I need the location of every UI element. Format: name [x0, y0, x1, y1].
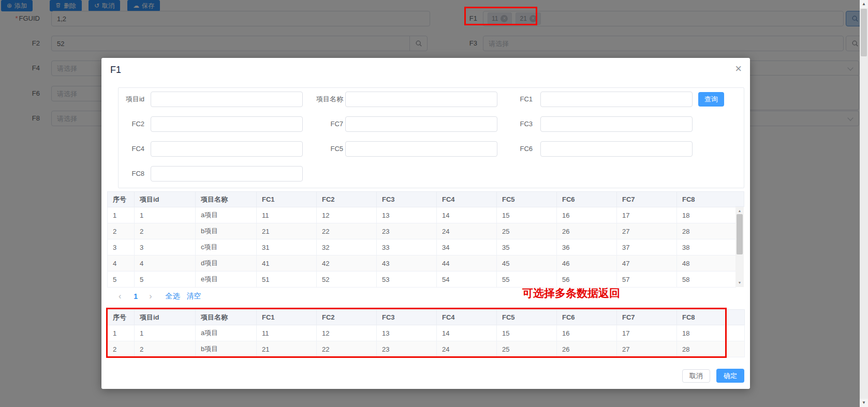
search-label: FC5	[295, 141, 343, 157]
search-label: 项目id	[112, 92, 144, 107]
table-cell: 1	[135, 207, 196, 223]
table-cell: 38	[677, 239, 736, 255]
table-cell: 23	[377, 223, 437, 239]
table-cell: 21	[257, 223, 317, 239]
table-cell: 12	[317, 207, 377, 223]
table-cell: 46	[557, 255, 617, 272]
table-cell: 52	[317, 272, 377, 288]
fc5-input[interactable]	[345, 141, 497, 157]
column-header: FC3	[377, 192, 437, 207]
project-name-input[interactable]	[345, 92, 497, 107]
table-row[interactable]: 22b项目2122232425262728	[108, 223, 736, 239]
table-cell: 54	[437, 272, 497, 288]
result-table: 序号项目id项目名称FC1FC2FC3FC4FC5FC6FC7FC8 11a项目…	[107, 191, 744, 288]
query-button[interactable]: 查询	[698, 92, 724, 107]
dialog-cancel-button[interactable]: 取消	[682, 369, 710, 383]
column-header: 项目id	[135, 192, 196, 207]
select-all-link[interactable]: 全选	[165, 292, 180, 301]
table-cell: 45	[497, 255, 557, 272]
table-cell: 55	[497, 272, 557, 288]
table-cell: 3	[108, 239, 135, 255]
table-cell: 11	[257, 207, 317, 223]
scroll-up-icon[interactable]: ▲	[860, 0, 868, 8]
fc8-input[interactable]	[151, 166, 303, 182]
search-label: FC7	[295, 116, 343, 132]
fc2-input[interactable]	[151, 116, 303, 132]
table-cell: b项目	[196, 223, 257, 239]
table-cell: 2	[135, 223, 196, 239]
scroll-up-icon[interactable]: ▲	[735, 208, 744, 214]
dialog-title: F1	[110, 65, 121, 76]
table-cell: 1	[108, 207, 135, 223]
search-label: 项目名称	[295, 92, 343, 107]
table-scrollbar[interactable]: ▲ ▼	[735, 207, 744, 287]
table-cell: 31	[257, 239, 317, 255]
table-cell: 2	[108, 223, 135, 239]
table-cell: 22	[317, 223, 377, 239]
table-cell: 25	[497, 223, 557, 239]
dialog-confirm-button[interactable]: 确定	[716, 369, 744, 383]
project-id-input[interactable]	[151, 92, 303, 107]
scrollbar-thumb[interactable]	[737, 214, 743, 254]
fc7-input[interactable]	[345, 116, 497, 132]
fc3-input[interactable]	[540, 116, 693, 132]
next-page-icon[interactable]: ›	[149, 292, 152, 301]
table-cell: 36	[557, 239, 617, 255]
pagination: ‹ 1 › 全选 清空	[107, 289, 201, 304]
table-cell: 58	[677, 272, 736, 288]
table-cell: 16	[557, 207, 617, 223]
fc6-input[interactable]	[540, 141, 693, 157]
table-cell: 13	[377, 207, 437, 223]
table-cell: 27	[617, 223, 677, 239]
annotation-text: 可选择多条数据返回	[522, 286, 620, 300]
table-cell: 57	[617, 272, 677, 288]
table-cell: 24	[437, 223, 497, 239]
table-cell: c项目	[196, 239, 257, 255]
table-row[interactable]: 11a项目1112131415161718	[108, 207, 736, 223]
fc1-input[interactable]	[540, 92, 693, 107]
search-panel: 项目id 项目名称 FC1 查询 FC2 FC7 FC3 FC4 FC5 FC6…	[118, 87, 744, 188]
table-cell: 4	[108, 255, 135, 272]
table-cell: 32	[317, 239, 377, 255]
search-label: FC4	[112, 141, 144, 157]
table-cell: a项目	[196, 207, 257, 223]
table-cell: 14	[437, 207, 497, 223]
table-cell: 5	[135, 272, 196, 288]
table-row[interactable]: 55e项目5152535455565758	[108, 272, 736, 288]
column-header: 序号	[108, 192, 135, 207]
close-icon[interactable]: ×	[735, 62, 742, 76]
table-cell: e项目	[196, 272, 257, 288]
table-cell: 48	[677, 255, 736, 272]
page-scrollbar[interactable]: ▲ ▼	[860, 0, 868, 407]
table-cell: 41	[257, 255, 317, 272]
column-header: 项目名称	[196, 192, 257, 207]
prev-page-icon[interactable]: ‹	[119, 292, 121, 301]
table-cell: 3	[135, 239, 196, 255]
search-label: FC8	[112, 166, 144, 182]
fc4-input[interactable]	[151, 141, 303, 157]
scrollbar-thumb[interactable]	[861, 9, 867, 56]
column-header: FC5	[497, 192, 557, 207]
column-header: FC6	[557, 192, 617, 207]
table-row[interactable]: 44d项目4142434445464748	[108, 255, 736, 272]
column-header: FC2	[317, 192, 377, 207]
table-cell: 47	[617, 255, 677, 272]
search-label: FC2	[112, 116, 144, 132]
clear-link[interactable]: 清空	[186, 292, 201, 301]
scroll-down-icon[interactable]: ▼	[735, 280, 744, 286]
table-cell: 51	[257, 272, 317, 288]
search-label: FC6	[491, 141, 533, 157]
table-cell: 5	[108, 272, 135, 288]
scroll-down-icon[interactable]: ▼	[860, 399, 868, 407]
table-cell: 18	[677, 207, 736, 223]
table-cell: 15	[497, 207, 557, 223]
header-extension	[735, 191, 744, 207]
annotation-rect-f1	[464, 7, 537, 25]
page-number[interactable]: 1	[134, 292, 138, 300]
table-row[interactable]: 33c项目3132333435363738	[108, 239, 736, 255]
table-header-row: 序号项目id项目名称FC1FC2FC3FC4FC5FC6FC7FC8	[108, 192, 736, 207]
column-header: FC4	[437, 192, 497, 207]
table-cell: 4	[135, 255, 196, 272]
table-cell: 53	[377, 272, 437, 288]
column-header: FC1	[257, 192, 317, 207]
